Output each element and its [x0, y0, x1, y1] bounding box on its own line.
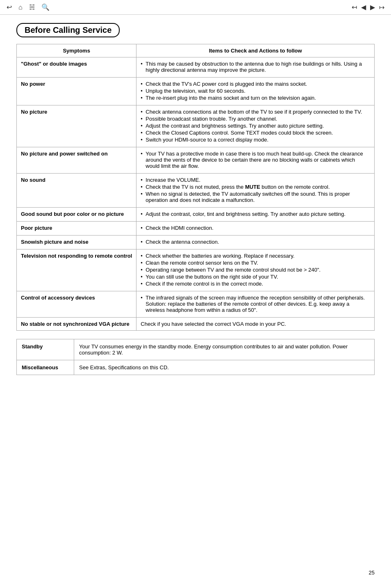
action-item: Increase the VOLUME.: [141, 177, 370, 183]
table-row: Good sound but poor color or no picture …: [17, 208, 375, 222]
home-icon[interactable]: ⌂: [18, 4, 23, 11]
table-row: No power Check that the TV's AC power co…: [17, 78, 375, 105]
standby-symptom: Standby: [17, 339, 74, 360]
action-cell: Check that the TV's AC power cord is plu…: [136, 78, 375, 105]
main-table: Symptoms Items to Check and Actions to f…: [16, 44, 375, 331]
page-content: Before Calling Service Symptoms Items to…: [0, 15, 391, 391]
skip-forward-icon[interactable]: ↦: [379, 3, 384, 11]
symptoms-header: Symptoms: [17, 44, 136, 57]
symptom-cell: Television not responding to remote cont…: [17, 249, 136, 291]
symptom-cell: No picture and power switched on: [17, 147, 136, 174]
table-row: Miscellaneous See Extras, Specifications…: [17, 360, 375, 375]
action-cell: Your TV has a protective mode in case th…: [136, 147, 375, 174]
action-cell: This may be caused by obstruction to the…: [136, 57, 375, 78]
action-item: This may be caused by obstruction to the…: [141, 61, 370, 73]
symptom-cell: Poor picture: [17, 222, 136, 236]
symptom-cell: No sound: [17, 174, 136, 208]
table-row: Standby Your TV consumes energy in the s…: [17, 339, 375, 360]
table-row: Poor picture Check the HDMI connection.: [17, 222, 375, 236]
action-item: You can still use the buttons on the rig…: [141, 274, 370, 280]
actions-header: Items to Check and Actions to follow: [136, 44, 375, 57]
action-item: Check the Closed Captions control. Some …: [141, 130, 370, 136]
back-arrow-icon[interactable]: ↩: [7, 3, 12, 11]
symptom-cell: No picture: [17, 105, 136, 147]
standby-action: Your TV consumes energy in the standby m…: [74, 339, 375, 360]
action-item: When no signal is detected, the TV autom…: [141, 191, 370, 203]
action-item: Operating range between TV and the remot…: [141, 267, 370, 273]
symptom-cell: Good sound but poor color or no picture: [17, 208, 136, 222]
table-row: "Ghost" or double images This may be cau…: [17, 57, 375, 78]
action-item: Check the HDMI connection.: [141, 225, 370, 231]
action-item: Adjust the contrast, color, tint and bri…: [141, 211, 370, 217]
table-row: No sound Increase the VOLUME. Check that…: [17, 174, 375, 208]
action-item: Check that the TV is not muted, press th…: [141, 184, 370, 190]
page-title: Before Calling Service: [16, 23, 120, 37]
table-row: No picture Check antenna connections at …: [17, 105, 375, 147]
action-cell: Check the antenna connection.: [136, 236, 375, 249]
action-item: Check whether the batteries are working.…: [141, 253, 370, 259]
action-item: Check if the remote control is in the co…: [141, 281, 370, 287]
search-icon[interactable]: 🔍: [41, 3, 50, 11]
table-row: No picture and power switched on Your TV…: [17, 147, 375, 174]
action-item: Check the antenna connection.: [141, 239, 370, 245]
action-item: Check antenna connections at the bottom …: [141, 109, 370, 115]
next-icon[interactable]: ▶: [370, 3, 375, 11]
table-header-row: Symptoms Items to Check and Actions to f…: [17, 44, 375, 57]
nav-right: ↤ ◀ ▶ ↦: [352, 3, 384, 11]
table-row: Television not responding to remote cont…: [17, 249, 375, 291]
nav-left: ↩ ⌂ ☵ 🔍: [7, 3, 50, 11]
action-cell: Adjust the contrast, color, tint and bri…: [136, 208, 375, 222]
symptom-cell: "Ghost" or double images: [17, 57, 136, 78]
action-item: Unplug the television, wait for 60 secon…: [141, 88, 370, 94]
prev-icon[interactable]: ◀: [361, 3, 366, 11]
action-cell: Increase the VOLUME. Check that the TV i…: [136, 174, 375, 208]
symptom-cell: Snowish picture and noise: [17, 236, 136, 249]
top-nav: ↩ ⌂ ☵ 🔍 ↤ ◀ ▶ ↦: [0, 0, 391, 15]
mute-bold: MUTE: [245, 184, 260, 190]
symptom-cell: Control of accessory devices: [17, 291, 136, 318]
misc-action: See Extras, Specifications on this CD.: [74, 360, 375, 375]
action-cell: The infrared signals of the screen may i…: [136, 291, 375, 318]
symptom-cell: No power: [17, 78, 136, 105]
secondary-table: Standby Your TV consumes energy in the s…: [16, 339, 375, 375]
skip-back-icon[interactable]: ↤: [352, 3, 357, 11]
action-cell: Check whether the batteries are working.…: [136, 249, 375, 291]
action-item: Possible broadcast station trouble. Try …: [141, 116, 370, 122]
misc-symptom: Miscellaneous: [17, 360, 74, 375]
action-cell: Check the HDMI connection.: [136, 222, 375, 236]
action-cell: Check antenna connections at the bottom …: [136, 105, 375, 147]
symptom-cell: No stable or not synchronized VGA pictur…: [17, 318, 136, 331]
action-item: Check that the TV's AC power cord is plu…: [141, 81, 370, 87]
table-row: Control of accessory devices The infrare…: [17, 291, 375, 318]
action-item: Clean the remote control sensor lens on …: [141, 260, 370, 266]
action-item: Switch your HDMI-source to a correct dis…: [141, 137, 370, 143]
action-item: Your TV has a protective mode in case th…: [141, 151, 370, 169]
action-cell: Check if you have selected the correct V…: [136, 318, 375, 331]
table-row: No stable or not synchronized VGA pictur…: [17, 318, 375, 331]
table-row: Snowish picture and noise Check the ante…: [17, 236, 375, 249]
document-icon[interactable]: ☵: [29, 3, 35, 11]
action-item: Adjust the contrast and brightness setti…: [141, 123, 370, 129]
action-item: The infrared signals of the screen may i…: [141, 295, 370, 313]
page-number: 25: [369, 570, 375, 576]
action-item: The re-insert plug into the mains socket…: [141, 95, 370, 101]
